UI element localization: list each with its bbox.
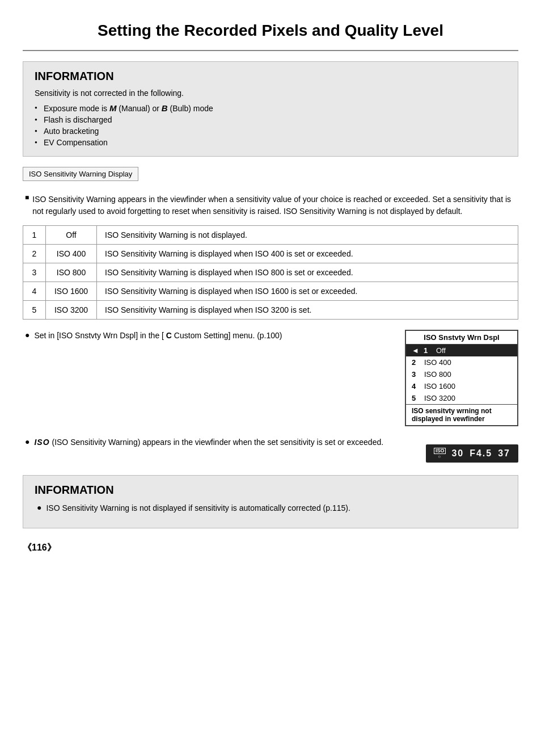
iso-top-label: ISO — [434, 448, 446, 454]
menu-item-num: 1 — [424, 346, 432, 355]
menu-item-5: 5ISO 3200 — [406, 392, 517, 404]
table-row: 4 ISO 1600 ISO Sensitivity Warning is di… — [23, 282, 518, 301]
viewfinder-col: ISO ○ 30 F4.5 37 — [426, 436, 518, 463]
table-cell-desc: ISO Sensitivity Warning is not displayed… — [97, 226, 518, 245]
table-cell-num: 2 — [23, 245, 46, 263]
description-text: ISO Sensitivity Warning appears in the v… — [32, 194, 518, 217]
bottom-section: ● Set in [ISO Snstvty Wrn Dspl] in the [… — [23, 330, 518, 463]
menu-item-label: Off — [436, 346, 446, 355]
table-cell-desc: ISO Sensitivity Warning is displayed whe… — [97, 301, 518, 320]
iso-bold-label: ISO — [34, 438, 49, 447]
menu-item-num: 5 — [412, 394, 420, 402]
menu-arrow: ◄ — [412, 346, 419, 355]
info-box-1-title: INFORMATION — [35, 70, 506, 83]
c-custom-icon: C — [166, 331, 172, 340]
bullet1-text: Set in [ISO Snstvty Wrn Dspl] in the [ C… — [34, 330, 394, 342]
info-box-2: INFORMATION ● ISO Sensitivity Warning is… — [23, 475, 518, 528]
bullet1: ● Set in [ISO Snstvty Wrn Dspl] in the [… — [23, 330, 394, 342]
menu-item-label: ISO 400 — [424, 358, 451, 367]
iso-bot-label: ○ — [438, 455, 442, 459]
table-cell-desc: ISO Sensitivity Warning is displayed whe… — [97, 282, 518, 301]
menu-item-4: 4ISO 1600 — [406, 380, 517, 392]
info-list: Exposure mode is M (Manual) or B (Bulb) … — [35, 102, 506, 148]
list-item-4: EV Compensation — [35, 137, 506, 148]
list-item-3: Auto bracketing — [35, 125, 506, 137]
menu-item-num: 3 — [412, 370, 420, 379]
table-cell-setting: ISO 800 — [46, 263, 97, 282]
table-cell-num: 3 — [23, 263, 46, 282]
mode-m: M — [109, 103, 117, 113]
menu-item-num: 2 — [412, 358, 420, 367]
table-cell-desc: ISO Sensitivity Warning is displayed whe… — [97, 263, 518, 282]
viewfinder-val1: 30 — [451, 448, 464, 459]
table-row: 3 ISO 800 ISO Sensitivity Warning is dis… — [23, 263, 518, 282]
info-box-2-bullet: ● ISO Sensitivity Warning is not display… — [35, 502, 506, 514]
menu-box-title: ISO Snstvty Wrn Dspl — [406, 331, 517, 345]
table-row: 1 Off ISO Sensitivity Warning is not dis… — [23, 226, 518, 245]
menu-box: ISO Snstvty Wrn Dspl ◄1Off2ISO 4003ISO 8… — [405, 330, 518, 426]
table-cell-setting: Off — [46, 226, 97, 245]
table-row: 5 ISO 3200 ISO Sensitivity Warning is di… — [23, 301, 518, 320]
viewfinder-bar: ISO ○ 30 F4.5 37 — [426, 444, 518, 463]
info-box-2-text: ISO Sensitivity Warning is not displayed… — [46, 502, 506, 514]
menu-item-2: 2ISO 400 — [406, 356, 517, 368]
section-label: ISO Sensitivity Warning Display — [23, 167, 138, 181]
menu-item-label: ISO 1600 — [424, 382, 455, 390]
viewfinder-val2: F4.5 — [470, 448, 492, 459]
table-cell-num: 1 — [23, 226, 46, 245]
page-number: 《116》 — [23, 542, 518, 554]
bullet-dot-1: ● — [25, 330, 29, 339]
bullet-dot-3: ● — [37, 503, 41, 512]
info-intro: Sensitivity is not corrected in the foll… — [35, 89, 506, 98]
menu-item-label: ISO 800 — [424, 370, 451, 379]
bullet2-text: ISO (ISO Sensitivity Warning) appears in… — [34, 436, 414, 448]
menu-footer-line2: displayed in vewfinder — [412, 415, 512, 423]
bullet2-main-text: (ISO Sensitivity Warning) appears in the… — [52, 438, 383, 447]
viewfinder-val3: 37 — [498, 448, 510, 459]
menu-item-1: ◄1Off — [406, 345, 517, 356]
table-cell-desc: ISO Sensitivity Warning is displayed whe… — [97, 245, 518, 263]
table-cell-setting: ISO 400 — [46, 245, 97, 263]
menu-item-label: ISO 3200 — [424, 394, 455, 402]
list-item-2: Flash is discharged — [35, 114, 506, 125]
iso-table: 1 Off ISO Sensitivity Warning is not dis… — [23, 225, 518, 320]
table-cell-setting: ISO 3200 — [46, 301, 97, 320]
menu-item-3: 3ISO 800 — [406, 368, 517, 380]
left-col: ● Set in [ISO Snstvty Wrn Dspl] in the [… — [23, 330, 394, 347]
description-bullet: ■ ISO Sensitivity Warning appears in the… — [23, 194, 518, 217]
table-cell-num: 4 — [23, 282, 46, 301]
bullet-square: ■ — [25, 194, 29, 201]
bullet-dot-2: ● — [25, 437, 29, 446]
bullet2: ● ISO (ISO Sensitivity Warning) appears … — [23, 436, 415, 448]
bullet2-col: ● ISO (ISO Sensitivity Warning) appears … — [23, 436, 415, 454]
menu-footer-line1: ISO sensitvty wrning not — [412, 407, 512, 415]
menu-box-footer: ISO sensitvty wrning not displayed in ve… — [406, 404, 517, 425]
table-cell-setting: ISO 1600 — [46, 282, 97, 301]
table-cell-num: 5 — [23, 301, 46, 320]
info-box-2-title: INFORMATION — [35, 484, 506, 497]
info-box-1: INFORMATION Sensitivity is not corrected… — [23, 61, 518, 157]
mode-b: B — [162, 103, 168, 113]
iso-icon: ISO ○ — [434, 448, 446, 459]
list-item-1-text: Exposure mode is M (Manual) or B (Bulb) … — [44, 104, 213, 113]
list-item-1: Exposure mode is M (Manual) or B (Bulb) … — [35, 102, 506, 114]
menu-item-num: 4 — [412, 382, 420, 390]
page-title: Setting the Recorded Pixels and Quality … — [23, 11, 518, 51]
table-row: 2 ISO 400 ISO Sensitivity Warning is dis… — [23, 245, 518, 263]
right-col: ISO Snstvty Wrn Dspl ◄1Off2ISO 4003ISO 8… — [405, 330, 518, 426]
